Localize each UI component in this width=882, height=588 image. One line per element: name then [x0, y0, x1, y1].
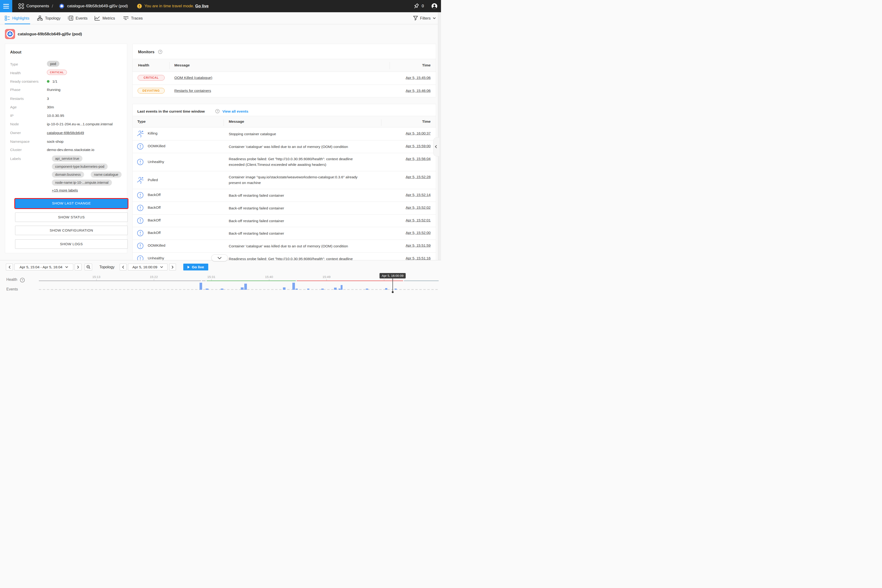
svg-text:?: ?: [22, 279, 23, 282]
svg-text:?: ?: [159, 50, 161, 53]
svg-text:?: ?: [217, 110, 218, 112]
